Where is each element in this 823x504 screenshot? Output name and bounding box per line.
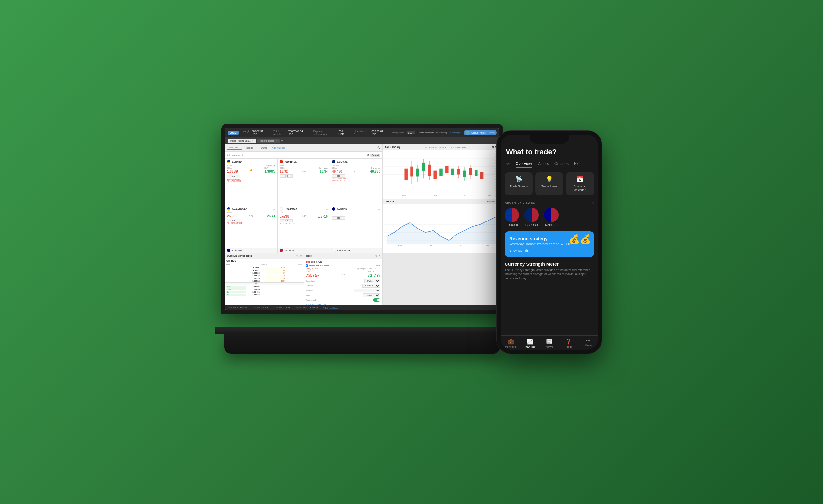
margin-value: 68'962.31 USD [252,130,268,136]
nav-portfolio[interactable]: 💼 Portfolio [501,338,520,348]
recently-viewed-title: RECENTLY VIEWED [505,201,535,204]
add-widget-btn[interactable]: + Add widget [450,132,461,134]
nav-markets[interactable]: 📈 Markets [520,338,539,348]
instrument-name-eurnzd: EURNZD [227,160,241,163]
watchlist-tab-bonds[interactable]: Bonds [244,146,255,149]
phone-tab-star[interactable]: ☆ [506,160,510,168]
depth-row: 1.6853 5.5M [225,267,304,269]
amount-input[interactable] [354,289,380,292]
instrument-more-cov[interactable]: ⋯ [378,161,380,163]
lock-btn[interactable]: Lock trading [437,132,447,134]
depth-row: 100K 1.68495 [225,286,304,288]
tab-add-icon[interactable]: + [281,139,283,143]
instrument-more-five[interactable]: ⋯ [326,208,328,210]
freeze-btn[interactable]: Freeze dashboard [418,132,434,134]
desc-cov: Covestro... [332,164,380,166]
rv-item-nzdusd[interactable]: NZDUSD [544,208,558,227]
feature-card-trade-ideas[interactable]: 💡 Trade Ideas [535,172,563,195]
order-type-label: Order type [306,280,315,282]
instrument-more-hkex[interactable]: ⋯ [326,161,328,163]
nav-more[interactable]: ••• More [579,338,598,348]
expected-label: Expected settlements [313,130,337,136]
chfrub-indicators-icon[interactable]: Indicators [487,200,497,203]
depth-row: 1.68524 3M [225,272,304,274]
svg-text:Aug: Aug [402,194,405,196]
range-label-eurnzd: Day range [266,164,275,166]
add-instrument-search: Add instrument [227,154,242,156]
order-type-select[interactable]: Market [364,279,380,283]
svg-rect-22 [440,169,442,176]
svg-text:Oct: Oct [460,244,464,246]
watchlist-tab-main[interactable]: Main Wa... [227,146,242,150]
tab-trading-board[interactable]: Trading Board × [257,139,280,143]
order-type-row: Order type Market [306,279,380,283]
market-depth-close-icon[interactable]: × [300,255,302,257]
deliverable-checkbox[interactable] [306,264,309,267]
more-link[interactable]: More [376,265,380,267]
rv-item-eurusd[interactable]: EURUSD [505,208,519,227]
svg-rect-20 [434,171,437,179]
instrument-more-eurnzd[interactable]: ⋯ [273,161,275,163]
feature-card-economic-calendar[interactable]: 📅 Economic calendar [566,172,594,195]
phone-tab-ex[interactable]: Ex [574,160,579,168]
search-submit-icon[interactable]: ⚙ [367,154,369,157]
revenue-strategy-card[interactable]: Revenue strategy Yesterday Dronoff strat… [505,231,594,257]
flag-au-icon [332,207,335,211]
depth-separator: 2.9 [225,282,304,286]
nav-help[interactable]: ❓ Help [559,338,579,348]
phone-tab-overview[interactable]: Overview [515,160,532,168]
nav-more-label: More [585,344,592,347]
spread-cov: 1.03 [354,170,359,173]
tab-close-icon-2[interactable]: × [276,140,277,142]
qty-hkex[interactable] [280,174,293,177]
svg-rect-24 [445,166,448,173]
feature-cards: 📡 Trade Signals 💡 Trade Ideas 📅 Economic… [501,172,598,195]
ticket-search-icon[interactable]: 🔍 [375,255,378,257]
tab-close-icon[interactable]: × [252,140,253,142]
flag-ru2-icon [332,249,335,252]
svg-rect-28 [457,169,460,175]
instrument-audusd: AUDUSD [225,248,278,253]
chfrub-chart-header: CHFRUB Indicators [383,198,499,204]
tab-initial-trading[interactable]: Initial Trading Boa... × [228,139,256,143]
phone-tab-crosses[interactable]: Crosses [554,160,569,168]
reduce-only-toggle[interactable] [373,298,380,302]
stop-loss-link[interactable]: ▸ Stop loss / Take profit [306,303,380,305]
spread-five: 1.83 [302,215,306,217]
qty-audcad[interactable] [332,216,345,219]
account-button[interactable]: Account name Trading [464,130,497,135]
rv-item-gbpusd[interactable]: GBPUSD [524,208,539,227]
duration-select[interactable]: Fill or Kill [362,284,380,288]
show-signals-link[interactable]: Show signals → [509,249,589,252]
instrument-more-audcad[interactable]: ⋯ [378,208,380,210]
qty-five[interactable] [280,219,293,222]
prices-five: 0.6638 1.83 1.2710 [280,214,328,218]
depth-row: 1.68523 500K [225,277,304,280]
market-depth-search-icon[interactable]: 🔍 [296,255,299,257]
city-tokyo: TOKYO [253,307,260,309]
account-sub: Trading [488,132,495,134]
edit-world-time-btn[interactable]: ✎ Edit world time [323,307,338,309]
svg-text:Oct: Oct [464,194,468,196]
ticket-close-icon[interactable]: × [379,255,380,257]
recently-viewed-items: EURUSD GBPUSD [501,208,598,227]
add-watchlist-btn[interactable]: Add watchlist [272,147,286,149]
nav-news[interactable]: 📰 News [539,338,559,348]
recently-viewed-close-icon[interactable]: × [592,200,594,205]
watchlist-tab-futures[interactable]: Futures [258,146,270,149]
qty-eurnzd[interactable] [227,175,240,178]
feature-card-trade-signals[interactable]: 📡 Trade Signals [505,172,533,195]
deliverable-row: Deliverable instrument More [306,264,380,267]
aal-chart-header: AAL.NASDAQ O 18.59 H 18.72 L 18.15 C 18.… [383,144,499,150]
label-select[interactable]: Disabled [363,293,380,297]
charts-area: AAL.NASDAQ O 18.59 H 18.72 L 18.15 C 18.… [383,144,499,253]
ticket-spread: 0.3 [342,273,345,276]
instrument-more-ac[interactable]: ⋯ [273,208,275,210]
ticket-price-row: SELL USD 73.75 7 0.3 BUY USD [306,271,380,278]
phone-tab-majors[interactable]: Majors [537,160,549,168]
search-icon[interactable]: 🔍 [377,146,380,149]
trading-app: LOGO Margin 68'962.31 USD Total assets 9… [225,128,499,310]
qty-ac[interactable] [227,219,240,222]
qty-cov[interactable] [332,174,345,177]
svg-rect-30 [463,171,466,177]
